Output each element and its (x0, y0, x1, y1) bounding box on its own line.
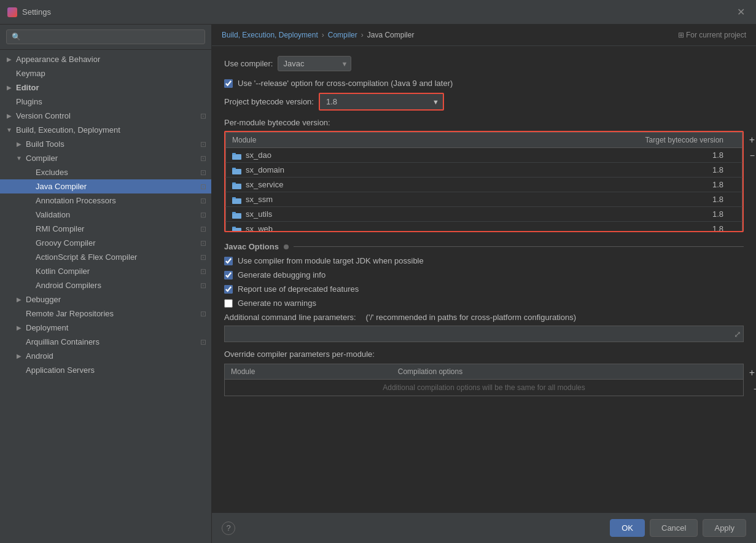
javac-options-title: Javac Options (224, 242, 744, 251)
copy-icon: ⊡ (200, 338, 206, 346)
breadcrumb-part-3: Java Compiler (367, 31, 415, 39)
override-add-button[interactable]: + (746, 366, 756, 380)
sidebar-item-actionscript-compiler[interactable]: ActionScript & Flex Compiler⊡ (0, 250, 211, 264)
sidebar-item-appearance[interactable]: ▶Appearance & Behavior (0, 52, 211, 66)
scroll-up-button[interactable]: − (746, 149, 756, 162)
report-deprecated-checkbox[interactable] (224, 285, 233, 294)
nav-item-label: Annotation Processors (36, 196, 200, 205)
expand-arrow: ▶ (15, 295, 23, 304)
release-option-checkbox[interactable] (224, 79, 233, 88)
no-warnings-checkbox[interactable] (224, 299, 233, 308)
table-row[interactable]: sx_utils1.8 (226, 207, 742, 222)
copy-icon: ⊡ (200, 310, 206, 318)
cancel-button[interactable]: Cancel (650, 519, 698, 537)
use-module-jdk-label[interactable]: Use compiler from module target JDK when… (238, 256, 424, 265)
sidebar-item-deployment[interactable]: ▶Deployment (0, 321, 211, 335)
table-row[interactable]: sx_service1.8 (226, 178, 742, 192)
sidebar-item-excludes[interactable]: Excludes⊡ (0, 165, 211, 179)
svg-rect-4 (232, 184, 241, 189)
search-input[interactable] (6, 29, 205, 44)
compiler-select[interactable]: Javac Eclipse Ajc (278, 56, 351, 71)
table-row[interactable]: sx_ssm1.8 (226, 192, 742, 207)
sidebar-item-annotation-processors[interactable]: Annotation Processors⊡ (0, 193, 211, 208)
use-module-jdk-checkbox[interactable] (224, 257, 233, 265)
nav-item-label: Version Control (16, 111, 200, 120)
sidebar-item-rmi-compiler[interactable]: RMI Compiler⊡ (0, 222, 211, 236)
version-cell: 1.8 (425, 148, 742, 163)
expand-arrow: ▼ (5, 126, 14, 135)
bytecode-version-select[interactable]: 1.8 11 17 (320, 94, 443, 109)
sidebar-item-java-compiler[interactable]: Java Compiler⊡ (0, 179, 211, 193)
nav-item-label: Build, Execution, Deployment (16, 125, 206, 135)
divider-dot (284, 244, 289, 249)
sidebar-item-build-tools[interactable]: ▶Build Tools⊡ (0, 137, 211, 151)
override-scroll-btn[interactable]: − (754, 384, 756, 394)
add-module-button[interactable]: + (746, 133, 756, 147)
svg-rect-10 (232, 228, 241, 232)
bytecode-version-label: Project bytecode version: (224, 97, 314, 106)
copy-icon: ⊡ (200, 168, 206, 177)
folder-icon (232, 226, 242, 232)
breadcrumb-part-1[interactable]: Build, Execution, Deployment (222, 31, 318, 39)
nav-item-label: Deployment (26, 323, 206, 332)
cmd-params-label: Additional command line parameters: (224, 313, 356, 322)
javac-checkboxes: Use compiler from module target JDK when… (224, 256, 744, 308)
table-row[interactable]: sx_dao1.8 (226, 148, 742, 163)
nav-item-label: Keymap (16, 69, 206, 78)
help-button[interactable]: ? (222, 522, 235, 535)
no-warnings-label[interactable]: Generate no warnings (238, 299, 316, 308)
sidebar-item-compiler[interactable]: ▼Compiler⊡ (0, 151, 211, 165)
close-button[interactable]: ✕ (733, 5, 749, 19)
expand-arrow (25, 197, 33, 205)
override-table: Module Compilation options Additional co… (224, 364, 744, 396)
sidebar-item-validation[interactable]: Validation⊡ (0, 208, 211, 222)
release-option-label[interactable]: Use '--release' option for cross-compila… (238, 79, 453, 88)
folder-icon (232, 152, 242, 160)
title-bar: Settings ✕ (0, 0, 756, 25)
expand-arrow (25, 211, 33, 219)
sidebar-item-kotlin-compiler[interactable]: Kotlin Compiler⊡ (0, 264, 211, 278)
per-module-label: Per-module bytecode version: (224, 118, 744, 127)
sidebar-item-remote-jar[interactable]: Remote Jar Repositories⊡ (0, 307, 211, 321)
version-cell: 1.8 (425, 178, 742, 192)
sidebar-item-plugins[interactable]: Plugins (0, 95, 211, 109)
sidebar-item-android[interactable]: ▶Android (0, 349, 211, 363)
module-table-container: Module Target bytecode version sx_dao1.8… (224, 131, 744, 232)
apply-button[interactable]: Apply (703, 519, 746, 537)
report-deprecated-label[interactable]: Report use of deprecated features (238, 284, 359, 294)
table-row[interactable]: sx_web1.8 (226, 222, 742, 233)
sidebar-item-arquillian[interactable]: Arquillian Containers⊡ (0, 335, 211, 349)
sidebar-item-app-servers[interactable]: Application Servers (0, 363, 211, 377)
panel-content: Use compiler: Javac Eclipse Ajc ▼ Use '-… (212, 46, 756, 512)
override-hint-cell: Additional compilation options will be t… (225, 380, 744, 396)
generate-debug-label[interactable]: Generate debugging info (238, 270, 325, 279)
table-row[interactable]: sx_domain1.8 (226, 163, 742, 178)
sidebar-item-editor[interactable]: ▶Editor (0, 80, 211, 95)
sidebar-item-android-compilers[interactable]: Android Compilers⊡ (0, 278, 211, 292)
sidebar-item-build-execution[interactable]: ▼Build, Execution, Deployment (0, 123, 211, 137)
cmd-params-input[interactable] (224, 326, 744, 342)
generate-debug-checkbox[interactable] (224, 271, 233, 279)
sidebar-item-keymap[interactable]: Keymap (0, 66, 211, 80)
nav-item-label: Application Servers (26, 365, 206, 375)
version-select-wrapper: 1.8 11 17 ▼ (319, 93, 444, 111)
nav-item-label: Validation (36, 210, 200, 219)
cmd-params-label-row: Additional command line parameters: ('/'… (224, 313, 744, 322)
nav-item-label: Excludes (36, 168, 200, 177)
checkbox-row-use-module-jdk: Use compiler from module target JDK when… (224, 256, 744, 265)
folder-icon (232, 211, 242, 219)
sidebar-item-groovy-compiler[interactable]: Groovy Compiler⊡ (0, 236, 211, 250)
ok-button[interactable]: OK (610, 519, 645, 537)
expand-arrow (25, 239, 33, 248)
breadcrumb-sep-2: › (361, 31, 364, 39)
breadcrumb: Build, Execution, Deployment › Compiler … (212, 25, 756, 46)
override-options-header: Compilation options (392, 364, 744, 380)
svg-rect-6 (232, 198, 241, 204)
nav-tree: ▶Appearance & BehaviorKeymap▶EditorPlugi… (0, 50, 211, 543)
svg-rect-8 (232, 213, 241, 219)
expand-arrow (25, 168, 33, 177)
sidebar-item-debugger[interactable]: ▶Debugger (0, 292, 211, 307)
expand-button[interactable]: ⤢ (734, 329, 741, 339)
breadcrumb-part-2[interactable]: Compiler (328, 31, 357, 39)
sidebar-item-version-control[interactable]: ▶Version Control⊡ (0, 109, 211, 123)
